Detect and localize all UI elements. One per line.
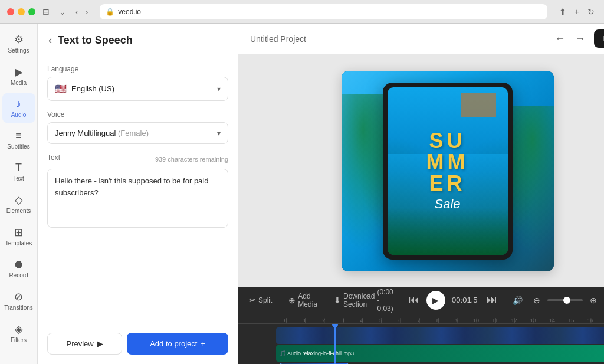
download-section-tool[interactable]: ⬇ Download Section (0:00 - 0:03): [330, 286, 397, 315]
ruler-mark-12: 12: [504, 317, 523, 323]
char-count: 939 characters remaining: [155, 156, 228, 163]
sidebar-item-media-label: Media: [11, 80, 27, 86]
volume-button[interactable]: 🔊: [509, 293, 526, 307]
ruler-mark-15: 15: [562, 317, 580, 323]
ruler-mark-5: 5: [371, 317, 390, 323]
sidebar-item-transitions[interactable]: ⊘ Transitions: [2, 286, 35, 316]
ruler-mark-14: 14: [543, 317, 562, 323]
minimize-button[interactable]: [18, 8, 25, 15]
undo-button[interactable]: ←: [552, 30, 569, 47]
timeline-toolbar: ✂ Split ⊕ Add Media ⬇ Download Section (…: [238, 287, 604, 313]
sidebar-item-templates-label: Templates: [5, 240, 32, 247]
ruler-marks: 0 1 2 3 4 5 6 7 8 9 10 11 12 13 14 15 16: [276, 317, 604, 323]
language-select-left: 🇺🇸 English (US): [55, 83, 114, 94]
text-to-speech-panel: ‹ Text to Speech Language 🇺🇸 English (US…: [38, 24, 238, 364]
video-clip[interactable]: [276, 327, 604, 344]
templates-icon: ⊞: [14, 226, 23, 239]
language-flag: 🇺🇸: [55, 83, 67, 94]
building: [461, 93, 496, 117]
skip-back-button[interactable]: ⏮: [406, 291, 422, 309]
zoom-out-button[interactable]: ⊖: [530, 293, 544, 307]
sidebar-item-record[interactable]: ⏺ Record: [2, 254, 35, 283]
sidebar-item-text[interactable]: T Text: [2, 157, 35, 186]
project-title: Untitled Project: [250, 34, 306, 44]
zoom-in-button[interactable]: ⊕: [586, 293, 600, 307]
ruler-mark-6: 6: [390, 317, 409, 323]
ruler-mark-3: 3: [333, 317, 352, 323]
maximize-button[interactable]: [28, 8, 35, 15]
voice-dropdown[interactable]: Jenny Multilingual (Female) ▾: [47, 122, 228, 144]
preview-button[interactable]: Preview ▶: [47, 333, 122, 355]
close-button[interactable]: [7, 8, 14, 15]
play-button[interactable]: ▶: [426, 291, 445, 310]
download-label: Download Section: [343, 292, 375, 309]
split-tool[interactable]: ✂ Split: [245, 293, 275, 307]
add-plus-icon: +: [201, 339, 205, 348]
elements-icon: ◇: [15, 194, 23, 206]
ruler-mark-10: 10: [467, 317, 485, 323]
timeline-tracks: 🎵 Audio relaxing-lo-fi-chill.mp3 🎵 Audio…: [238, 324, 604, 364]
ruler-mark-16: 16: [581, 317, 600, 323]
canvas-area: SUMMER Sale: [238, 54, 604, 287]
audio-track-1-content: 🎵 Audio relaxing-lo-fi-chill.mp3: [276, 345, 604, 362]
voice-select-left: Jenny Multilingual (Female): [55, 129, 149, 137]
add-media-tool[interactable]: ⊕ Add Media: [285, 290, 321, 311]
time-display: 00:01.5: [450, 296, 480, 304]
skip-forward-button[interactable]: ⏭: [484, 291, 500, 309]
sidebar-item-subtitles-label: Subtitles: [7, 143, 29, 150]
sidebar-item-settings[interactable]: ⚙ Settings: [2, 28, 35, 58]
add-media-icon: ⊕: [288, 296, 296, 305]
video-preview: SUMMER Sale: [342, 71, 554, 271]
timeline-right-tools: 🔊 ⊖ ⊕ Fit 〰 ⋯: [509, 293, 604, 307]
ruler-mark-1: 1: [295, 317, 314, 323]
panel-title: Text to Speech: [58, 34, 133, 47]
back-button[interactable]: ‹: [47, 33, 53, 48]
sidebar-item-elements[interactable]: ◇ Elements: [2, 189, 35, 219]
sidebar-item-filters-label: Filters: [11, 337, 27, 343]
back-nav-button[interactable]: ‹: [73, 6, 81, 18]
sidebar-item-subtitles[interactable]: ≡ Subtitles: [2, 125, 35, 155]
voice-section: Voice Jenny Multilingual (Female) ▾: [47, 110, 228, 144]
redo-button[interactable]: →: [572, 30, 589, 47]
share-icon[interactable]: ⬆: [557, 6, 569, 18]
zoom-slider[interactable]: [547, 299, 583, 301]
language-chevron-icon: ▾: [217, 85, 221, 93]
sidebar-chevron[interactable]: ⌄: [57, 6, 68, 18]
forward-nav-button[interactable]: ›: [83, 6, 91, 18]
action-buttons: Preview ▶ Add to project +: [38, 323, 238, 364]
voice-suffix: (Female): [118, 129, 149, 137]
audio-clip-1[interactable]: 🎵 Audio relaxing-lo-fi-chill.mp3: [276, 345, 604, 362]
sidebar-item-audio[interactable]: ♪ Audio: [2, 93, 35, 123]
tablet-screen: SUMMER Sale: [388, 87, 508, 255]
playback-controls: ⏮ ▶ 00:01.5 ⏭: [406, 291, 500, 310]
sidebar-toggle[interactable]: ⊟: [40, 6, 52, 18]
sidebar-item-audio-label: Audio: [11, 112, 27, 118]
download-icon: ⬇: [334, 296, 341, 305]
language-dropdown[interactable]: 🇺🇸 English (US) ▾: [47, 77, 228, 101]
text-icon: T: [15, 162, 22, 174]
reload-icon[interactable]: ↻: [585, 6, 597, 18]
zoom-thumb: [563, 297, 570, 304]
sidebar-item-filters[interactable]: ◈ Filters: [2, 318, 35, 348]
ruler-mark-7: 7: [409, 317, 428, 323]
traffic-lights: [7, 8, 35, 15]
text-input[interactable]: Hello there - isn't this supposed to be …: [47, 169, 228, 228]
sidebar-item-templates[interactable]: ⊞ Templates: [2, 221, 35, 251]
sidebar-item-media[interactable]: ▶ Media: [2, 61, 35, 91]
address-bar[interactable]: 🔒 veed.io: [100, 4, 547, 19]
video-track-content: [276, 327, 604, 344]
audio-icon: ♪: [16, 98, 21, 110]
ruler-mark-13: 13: [524, 317, 543, 323]
playhead[interactable]: [334, 324, 336, 364]
language-label: Language: [47, 65, 228, 73]
export-button[interactable]: Export ⬆: [594, 29, 604, 48]
text-header: Text 939 characters remaining: [47, 153, 228, 165]
add-to-project-button[interactable]: Add to project +: [127, 333, 228, 355]
ruler-mark-11: 11: [485, 317, 504, 323]
new-tab-icon[interactable]: +: [572, 6, 582, 18]
lock-icon: 🔒: [106, 8, 114, 16]
record-icon: ⏺: [14, 258, 24, 271]
sidebar-nav: ⚙ Settings ▶ Media ♪ Audio ≡ Subtitles T…: [0, 24, 38, 364]
language-section: Language 🇺🇸 English (US) ▾: [47, 65, 228, 101]
audio-clip-1-label: 🎵 Audio relaxing-lo-fi-chill.mp3: [280, 350, 354, 356]
